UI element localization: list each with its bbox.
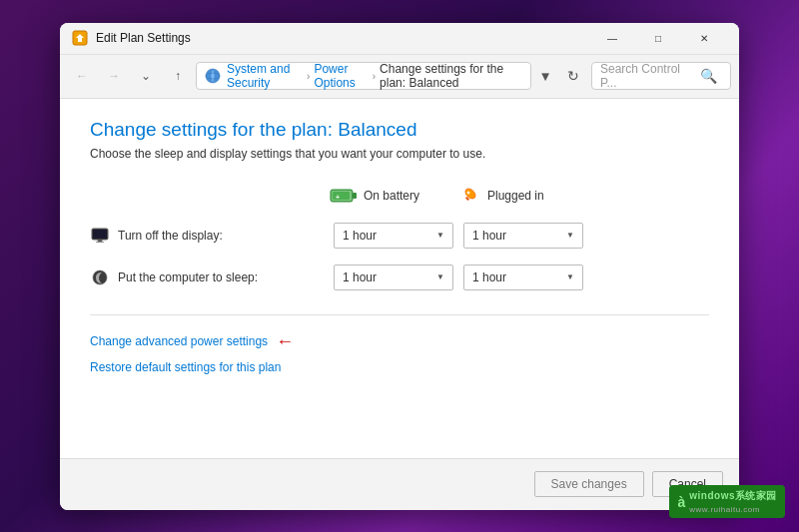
svg-point-8 <box>463 186 477 200</box>
breadcrumb-bar: System and Security › Power Options › Ch… <box>196 62 531 90</box>
search-placeholder: Search Control P... <box>600 62 694 90</box>
watermark-text: windows系统家园 www.ruihaitu.com <box>689 489 777 514</box>
restore-defaults-link[interactable]: Restore default settings for this plan <box>90 360 281 374</box>
col-plugged-label: Plugged in <box>487 189 544 203</box>
breadcrumb-sep-2: › <box>373 71 376 82</box>
breadcrumb-part-3: Change settings for the plan: Balanced <box>380 62 522 90</box>
footer-bar: Save changes Cancel <box>60 458 739 510</box>
links-section: Change advanced power settings ← Restore… <box>90 314 709 374</box>
svg-text:+: + <box>336 194 340 201</box>
sleep-label: Put the computer to sleep: <box>90 258 330 297</box>
window-controls: — □ ✕ <box>589 23 727 55</box>
link-row-2: Restore default settings for this plan <box>90 360 709 374</box>
change-advanced-link[interactable]: Change advanced power settings <box>90 334 268 348</box>
plug-icon <box>459 185 481 207</box>
content-area: Change settings for the plan: Balanced C… <box>60 99 739 458</box>
forward-button[interactable]: → <box>100 62 128 90</box>
window-title: Edit Plan Settings <box>96 31 589 45</box>
search-bar: Search Control P... 🔍 <box>591 62 731 90</box>
save-button[interactable]: Save changes <box>534 471 644 497</box>
watermark-url: www.ruihaitu.com <box>689 505 760 514</box>
refresh-button[interactable]: ↻ <box>559 62 587 90</box>
close-button[interactable]: ✕ <box>681 23 727 55</box>
svg-rect-13 <box>96 242 104 243</box>
breadcrumb-dropdown-button[interactable]: ▼ <box>535 62 555 90</box>
breadcrumb-part-1[interactable]: System and Security <box>227 62 303 90</box>
svg-point-14 <box>99 240 100 241</box>
turn-off-display-plugged-dropdown[interactable]: 1 hour ▼ <box>459 215 589 257</box>
breadcrumb-sep-1: › <box>307 71 310 82</box>
chevron-down-icon: ▼ <box>436 231 444 240</box>
turn-off-battery-select[interactable]: 1 hour ▼ <box>334 223 453 249</box>
turn-off-display-label: Turn off the display: <box>90 216 330 256</box>
sleep-battery-dropdown[interactable]: 1 hour ▼ <box>330 257 459 298</box>
window-icon <box>72 30 88 46</box>
sleep-battery-select[interactable]: 1 hour ▼ <box>334 265 453 290</box>
svg-rect-12 <box>93 230 107 239</box>
breadcrumb-text: System and Security › Power Options › Ch… <box>227 62 522 90</box>
settings-grid: + On battery Plugged in <box>90 185 709 298</box>
col-plugged-header: Plugged in <box>459 185 589 215</box>
col-battery-header: + On battery <box>330 187 459 213</box>
link-row-1: Change advanced power settings ← <box>90 331 709 352</box>
turn-off-plugged-select[interactable]: 1 hour ▼ <box>463 223 583 249</box>
maximize-button[interactable]: □ <box>635 23 681 55</box>
title-bar: Edit Plan Settings — □ ✕ <box>60 23 739 55</box>
svg-point-10 <box>467 191 470 194</box>
moon-icon <box>90 267 110 287</box>
sleep-plugged-dropdown[interactable]: 1 hour ▼ <box>459 257 589 298</box>
turn-off-display-battery-dropdown[interactable]: 1 hour ▼ <box>330 215 459 257</box>
breadcrumb-icon <box>205 68 221 84</box>
page-heading: Change settings for the plan: Balanced <box>90 119 709 141</box>
chevron-down-icon-2: ▼ <box>566 231 574 240</box>
address-bar: ← → ⌄ ↑ System and Security › Power Opti… <box>60 55 739 99</box>
page-subtext: Choose the sleep and display settings th… <box>90 147 709 161</box>
search-button[interactable]: 🔍 <box>694 62 722 90</box>
breadcrumb-part-2[interactable]: Power Options <box>314 62 368 90</box>
svg-rect-4 <box>353 193 357 199</box>
col-battery-label: On battery <box>364 189 419 203</box>
up-button[interactable]: ↑ <box>164 62 192 90</box>
red-arrow-icon: ← <box>276 331 294 352</box>
recent-button[interactable]: ⌄ <box>132 62 160 90</box>
watermark-icon: à <box>677 494 685 510</box>
chevron-down-icon-4: ▼ <box>566 272 574 281</box>
chevron-down-icon-3: ▼ <box>436 272 444 281</box>
back-button[interactable]: ← <box>68 62 96 90</box>
watermark-brand: windows系统家园 <box>689 490 777 501</box>
minimize-button[interactable]: — <box>589 23 635 55</box>
battery-icon: + <box>330 187 358 205</box>
sleep-plugged-select[interactable]: 1 hour ▼ <box>463 265 583 290</box>
watermark: à windows系统家园 www.ruihaitu.com <box>669 485 785 518</box>
monitor-icon <box>90 226 110 246</box>
